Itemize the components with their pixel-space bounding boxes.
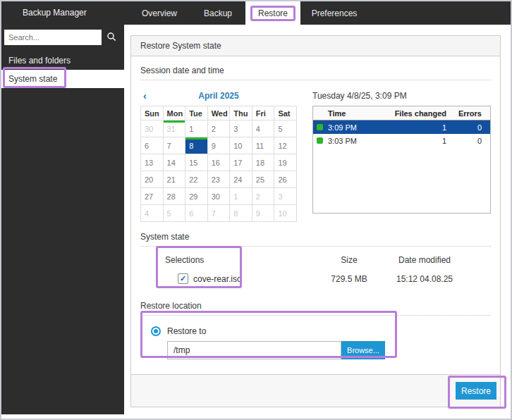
calendar-day-cell[interactable]: 21 [163,171,185,188]
calendar-day-cell[interactable]: 3 [274,188,297,205]
calendar-day-cell[interactable]: 23 [207,171,230,188]
calendar-day-cell[interactable]: 8 [230,205,252,222]
tab-label: Backup [204,8,232,18]
search-row [4,30,124,45]
column-files-changed: Files changed [362,109,446,118]
tab-label: Preferences [312,8,358,18]
panel-header: Restore System state [131,36,500,56]
sidebar-item-files-and-folders[interactable]: Files and folders [1,52,124,70]
calendar-day-cell[interactable]: 5 [274,121,297,137]
session-files-changed: 1 [362,137,446,145]
calendar-day-cell[interactable]: 14 [163,154,185,171]
calendar-day-cell[interactable]: 9 [252,205,274,222]
calendar-day-cell[interactable]: 17 [230,154,252,171]
calendar-day-cell[interactable]: 28 [163,188,185,205]
calendar-day-cell[interactable]: 9 [207,137,230,154]
session-table: Time Files changed Errors 3:09 PM103:03 … [312,106,491,214]
calendar-day-cell[interactable]: 2 [252,188,274,205]
calendar-day-cell[interactable]: 15 [185,154,208,171]
calendar-day-cell[interactable]: 13 [141,154,164,171]
backup-manager-window: Backup Manager OverviewBackupRestorePref… [0,0,512,420]
calendar-day-cell[interactable]: 10 [274,205,297,222]
restore-panel: Restore System state Session date and ti… [130,35,501,407]
calendar-day-cell[interactable]: 18 [252,154,274,171]
session-rows: 3:09 PM103:03 PM10 [313,121,490,147]
tab-overview[interactable]: Overview [128,1,190,25]
calendar-day-header: Sun [141,106,164,121]
calendar-day-header-row: SunMonTueWedThuFriSat [141,106,297,121]
search-input[interactable] [4,30,102,45]
calendar-day-cell[interactable]: 4 [252,121,274,137]
section-divider [140,315,491,316]
search-button[interactable] [102,30,121,45]
selections-label: Selections [165,255,313,265]
calendar-day-cell[interactable]: 6 [141,137,164,154]
restore-to-row: Restore to [151,324,491,338]
system-state-heading: System state [140,232,491,242]
selection-checkbox[interactable]: ✓ [178,273,188,284]
tab-preferences[interactable]: Preferences [300,1,368,25]
search-icon [106,32,116,44]
calendar-day-cell[interactable]: 25 [252,171,274,188]
calendar-day-header: Thu [230,106,252,121]
calendar-day-cell[interactable]: 22 [185,171,208,188]
calendar-prev-icon[interactable]: ‹ [143,90,147,101]
calendar-week-row: 27282930123 [141,188,297,205]
calendar-week-row: 303112345 [141,121,297,137]
calendar-header: ‹ April 2025 [140,90,297,106]
calendar-day-cell[interactable]: 11 [252,137,274,154]
calendar-day-cell[interactable]: 26 [274,171,297,188]
session-list: Tuesday 4/8/25, 3:09 PM Time Files chang… [312,90,491,222]
topbar-tabs: OverviewBackupRestorePreferences [128,1,368,25]
calendar-day-header: Fri [252,106,274,121]
restore-to-radio[interactable] [151,326,161,336]
session-status-icon [317,137,323,144]
calendar-day-cell[interactable]: 1 [230,188,252,205]
calendar-day-cell[interactable]: 5 [163,205,185,222]
sidebar-items: Files and foldersSystem state [1,52,124,88]
selection-date-modified-value: 15:12 04.08.25 [385,274,464,284]
calendar-day-cell[interactable]: 7 [163,137,185,154]
calendar-day-cell[interactable]: 16 [207,154,230,171]
restore-to-label: Restore to [167,326,206,336]
calendar-day-cell[interactable]: 3 [230,121,252,137]
calendar-day-cell[interactable]: 8 [185,137,208,154]
session-errors: 0 [446,123,490,132]
calendar-day-cell[interactable]: 27 [141,188,164,205]
restore-path-row: Browse... [167,341,491,359]
tab-label: Overview [142,8,177,18]
browse-button[interactable]: Browse... [341,341,385,359]
calendar-week-row: 6789101112 [141,137,297,154]
session-list-title: Tuesday 4/8/25, 3:09 PM [312,90,491,106]
calendar-day-cell[interactable]: 10 [230,137,252,154]
column-time: Time [313,109,362,118]
calendar-day-cell[interactable]: 31 [163,121,185,137]
restore-path-input[interactable] [167,341,341,359]
section-divider [140,80,491,80]
calendar-day-cell[interactable]: 12 [274,137,297,154]
sidebar-item-system-state[interactable]: System state [1,70,124,88]
calendar-day-cell[interactable]: 29 [185,188,208,205]
calendar-day-cell[interactable]: 4 [141,205,164,222]
calendar-month-title: April 2025 [140,90,297,101]
calendar-day-cell[interactable]: 1 [185,121,208,137]
calendar-day-cell[interactable]: 20 [141,171,164,188]
calendar-day-cell[interactable]: 30 [207,188,230,205]
calendar-day-header: Tue [185,106,208,121]
restore-button[interactable]: Restore [456,382,496,400]
calendar-grid: SunMonTueWedThuFriSat 303112345678910111… [140,106,297,222]
session-row[interactable]: 3:09 PM10 [313,121,490,134]
calendar-day-cell[interactable]: 6 [185,205,208,222]
tab-restore[interactable]: Restore [245,1,300,25]
calendar-day-cell[interactable]: 30 [141,121,164,137]
calendar-day-cell[interactable]: 7 [207,205,230,222]
session-row[interactable]: 3:03 PM10 [313,134,490,147]
calendar-day-cell[interactable]: 19 [274,154,297,171]
restore-location-area: Restore to Browse... [140,324,491,359]
calendar-day-cell[interactable]: 24 [230,171,252,188]
calendar-day-cell[interactable]: 2 [207,121,230,137]
tab-label: Restore [250,6,295,21]
tab-backup[interactable]: Backup [190,1,245,25]
panel-footer: Restore [131,374,500,407]
calendar-day-header: Mon [163,106,185,121]
